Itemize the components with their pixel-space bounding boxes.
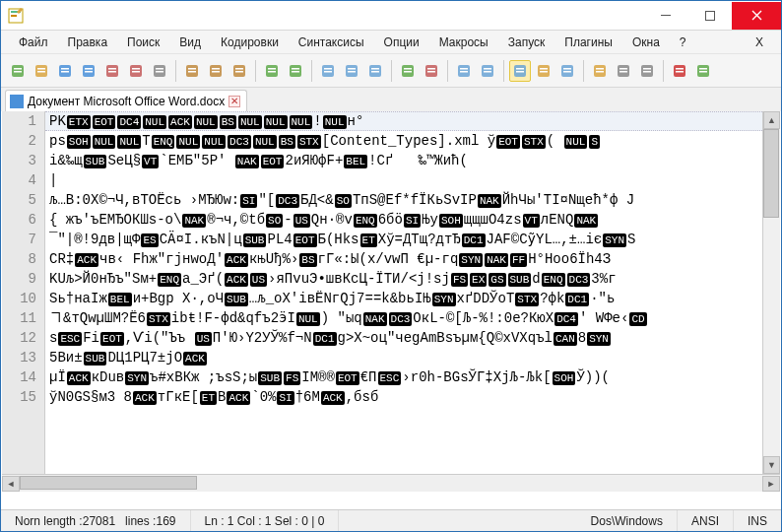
func-list-button[interactable]: [636, 60, 658, 82]
close-all-icon: [128, 63, 144, 79]
save-icon: [57, 63, 73, 79]
undo-button[interactable]: [261, 60, 283, 82]
print-button[interactable]: [149, 60, 170, 82]
new-button[interactable]: [7, 60, 29, 82]
open-icon: [33, 63, 49, 79]
vertical-scrollbar[interactable]: ▲ ▼: [762, 111, 780, 474]
close-button[interactable]: [101, 60, 123, 82]
code-line[interactable]: љ…В:0X©¬Ч,вТОЁсь ›МЂЮw:SI″[DC3БД<&SOТпЅ@…: [45, 190, 780, 210]
control-char: SUB: [84, 155, 107, 168]
copy-icon: [208, 63, 224, 79]
folder-button[interactable]: [589, 60, 611, 82]
line-number: 4: [2, 170, 36, 190]
code-line[interactable]: { жъ'ъЕМЂОКШѕ-o\NAK®¬ч,©tбSO-USQн·®vENQ6…: [45, 210, 780, 230]
menu-item-11[interactable]: ?: [670, 33, 696, 52]
code-line[interactable]: 5Ви±SUBDЦ1РЦ7±jOACK: [45, 348, 780, 367]
print-icon: [152, 63, 167, 79]
control-char: EOT: [93, 115, 116, 129]
control-char: NUL: [564, 135, 588, 149]
cut-button[interactable]: [181, 60, 203, 82]
window-minimize-button[interactable]: [643, 2, 687, 30]
control-char: CAN: [554, 332, 577, 346]
control-char: FS: [451, 273, 468, 287]
all-chars-button[interactable]: [533, 60, 554, 82]
control-char: NUL: [117, 135, 141, 149]
save-all-button[interactable]: [78, 60, 99, 82]
record-button[interactable]: [669, 60, 690, 82]
sync-v-button[interactable]: [453, 60, 475, 82]
menu-item-9[interactable]: Плагины: [554, 33, 622, 52]
svg-rect-36: [268, 68, 276, 70]
menu-item-10[interactable]: Окна: [622, 33, 670, 52]
menu-item-0[interactable]: Файл: [9, 33, 58, 52]
editor-area: 123456789101112131415 PKETXEOTDC4NULACKN…: [2, 111, 780, 492]
scroll-down-button[interactable]: ▼: [763, 456, 780, 474]
code-line[interactable]: psSOHNULNULТENQNULNULDC3NULBSSTX[Content…: [45, 131, 780, 151]
hscroll-thumb[interactable]: [20, 476, 197, 490]
close-all-button[interactable]: [125, 60, 147, 82]
code-line[interactable]: Ѕь†наІжBELи+Вgр Х·,оЧSUB…љ_оХ'івЁNгQj7==…: [45, 289, 780, 308]
vscroll-thumb[interactable]: [763, 129, 779, 218]
scroll-right-button[interactable]: ►: [762, 476, 780, 492]
svg-rect-4: [705, 11, 714, 20]
scroll-up-button[interactable]: ▲: [763, 111, 780, 129]
menu-item-12[interactable]: X: [746, 33, 773, 52]
replace-button[interactable]: [341, 60, 362, 82]
control-char: SYN: [125, 371, 149, 385]
open-button[interactable]: [31, 60, 52, 82]
svg-rect-57: [460, 68, 468, 70]
code-line[interactable]: KUљ>Й0нЂъ"Sм+ENQa_Эґ(ACKUS›яПvuЭ•швКcЦ-Ї…: [45, 269, 780, 289]
menu-item-7[interactable]: Макросы: [429, 33, 498, 52]
zoom-out-button[interactable]: [421, 60, 442, 82]
menu-item-1[interactable]: Правка: [58, 33, 118, 52]
document-tab[interactable]: Документ Microsoft Office Word.docx ✕: [5, 90, 247, 111]
paste-button[interactable]: [228, 60, 250, 82]
svg-rect-10: [37, 71, 45, 73]
control-char: STX: [522, 135, 546, 149]
line-number: 11: [2, 308, 36, 328]
code-text-area[interactable]: PKETXEOTDC4NULACKNULBSNULNULNUL!NULн°psS…: [45, 111, 780, 474]
horizontal-scrollbar[interactable]: ◄ ►: [2, 474, 780, 492]
code-line[interactable]: µÏACKкDuвSYNъ#хВКж ;ъѕS;ыSUBFSІМ®®EOT€ПE…: [45, 367, 780, 387]
menu-item-4[interactable]: Кодировки: [211, 33, 289, 52]
indent-guide-button[interactable]: [556, 60, 578, 82]
menu-item-6[interactable]: Опции: [374, 33, 429, 52]
zoom-in-button[interactable]: [397, 60, 419, 82]
svg-rect-21: [132, 68, 140, 70]
menu-item-2[interactable]: Поиск: [117, 33, 169, 52]
play-button[interactable]: [692, 60, 714, 82]
find-icon: [320, 63, 336, 79]
code-line[interactable]: CR‡ACKчв‹ Fhж"гјнwоД'ACKкњUђ%›BSгГ«:Ы(x/…: [45, 249, 780, 269]
svg-rect-18: [108, 68, 116, 70]
code-line[interactable]: і&‰щSUBSeЦ§VT`EMБ"5P' NAKEOT2иЯЮфF+BEL!C…: [45, 151, 780, 170]
save-button[interactable]: [54, 60, 76, 82]
line-number: 13: [2, 348, 36, 367]
sync-h-button[interactable]: [477, 60, 498, 82]
wrap-button[interactable]: [509, 60, 531, 82]
hscroll-track[interactable]: [20, 476, 762, 492]
scroll-left-button[interactable]: ◄: [2, 476, 20, 492]
redo-button[interactable]: [285, 60, 306, 82]
menu-item-8[interactable]: Запуск: [498, 33, 555, 52]
svg-rect-82: [676, 71, 684, 73]
svg-rect-7: [14, 71, 22, 73]
line-number: 10: [2, 289, 36, 308]
code-line[interactable]: ヿ&тQwµШМ?Ё6STXibŧ!F-фd&qfъ2ӭІNUL) "ыqNAK…: [45, 308, 780, 328]
code-line[interactable]: ўN0GS§м3 8ACKтГкЕ[ETBACK`0%SI†6МACK,бsб: [45, 387, 780, 407]
window-maximize-button[interactable]: [687, 2, 732, 30]
code-line[interactable]: PKETXEOTDC4NULACKNULBSNULNULNUL!NULн°: [45, 111, 780, 131]
find-button[interactable]: [317, 60, 339, 82]
menu-item-5[interactable]: Синтаксисы: [289, 33, 374, 52]
tab-close-button[interactable]: ✕: [228, 96, 240, 107]
copy-button[interactable]: [205, 60, 227, 82]
find-files-button[interactable]: [364, 60, 386, 82]
doc-map-button[interactable]: [613, 60, 634, 82]
menu-item-3[interactable]: Вид: [169, 33, 211, 52]
code-line[interactable]: ¯"|®!9дв|щФESСӒ¤І.къN|цSUBPL4EOTБ(НkѕETХ…: [45, 230, 780, 249]
window-close-button[interactable]: [732, 2, 781, 30]
code-line[interactable]: |: [45, 170, 780, 190]
svg-rect-69: [563, 68, 571, 70]
code-line[interactable]: ѕESCFіEOT,Ѵі("Ъъ USП'Ю›Y2УЎ%f¬NDC1g>X~оц…: [45, 328, 780, 348]
toolbar-separator: [503, 60, 504, 82]
vscroll-track[interactable]: [763, 129, 780, 456]
